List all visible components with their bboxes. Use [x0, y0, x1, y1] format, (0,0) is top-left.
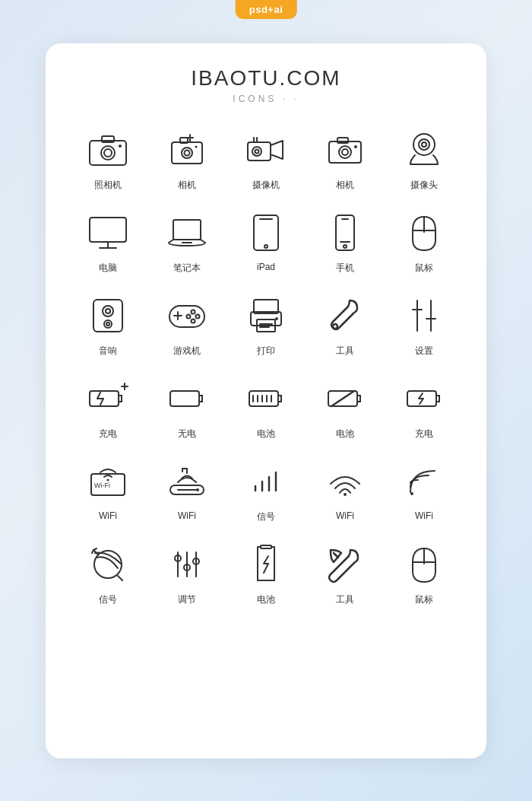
list-item: 音响: [68, 293, 147, 358]
printer-icon: [243, 293, 289, 339]
format-badge: psd+ai: [236, 0, 297, 19]
wifi-router-icon: [164, 459, 210, 504]
icon-label: 设置: [415, 345, 433, 358]
list-item: 信号: [226, 459, 306, 523]
svg-point-4: [119, 145, 122, 148]
svg-line-121: [334, 553, 338, 558]
svg-line-89: [331, 391, 354, 406]
svg-point-19: [339, 146, 351, 158]
svg-point-58: [275, 317, 278, 320]
list-item: 电脑: [68, 210, 147, 275]
camera-compact-icon: [322, 127, 368, 173]
svg-rect-18: [329, 141, 361, 163]
svg-rect-5: [172, 142, 202, 164]
site-title: IBAOTU.COM: [68, 66, 464, 91]
svg-point-53: [187, 314, 191, 318]
icon-label: 摄像头: [410, 179, 438, 192]
svg-point-7: [185, 150, 190, 155]
svg-point-52: [196, 314, 200, 318]
gamepad-icon: [164, 293, 210, 339]
icon-label: 鼠标: [415, 262, 433, 275]
list-item: 摄像机: [226, 127, 306, 192]
svg-point-25: [422, 142, 426, 147]
icon-label: 充电: [99, 428, 117, 440]
icon-label: 笔记本: [173, 262, 201, 275]
svg-text:Wi-Fi: Wi-Fi: [94, 482, 110, 489]
icon-label: 电脑: [99, 262, 117, 275]
icon-label: WiFi: [336, 510, 354, 521]
satellite-icon: [85, 542, 131, 587]
list-item: 无电: [147, 376, 226, 440]
list-item: 相机: [147, 127, 226, 192]
video-camera-icon: [243, 127, 289, 173]
icon-label: 信号: [99, 593, 117, 606]
battery-charging-icon: [85, 376, 131, 421]
svg-line-113: [118, 576, 122, 580]
camera-flash-icon: [164, 127, 210, 173]
battery-empty-icon: [164, 376, 210, 421]
svg-point-107: [344, 493, 347, 496]
svg-point-51: [192, 310, 195, 313]
svg-point-99: [196, 488, 199, 491]
svg-point-11: [195, 145, 198, 148]
list-item: 信号: [68, 542, 147, 606]
svg-rect-31: [173, 220, 201, 240]
list-item: 摄像头: [385, 127, 464, 192]
list-item: 设置: [385, 293, 464, 358]
list-item: 手机: [306, 210, 385, 275]
list-item: 工具: [306, 542, 385, 606]
list-item: 游戏机: [147, 293, 226, 358]
icons-grid: 照相机 相机: [68, 127, 464, 606]
list-item: WiFi: [147, 459, 226, 523]
icon-label: 工具: [336, 345, 354, 358]
list-item: 照相机: [68, 127, 147, 192]
icon-label: 无电: [178, 428, 196, 440]
svg-point-23: [413, 134, 435, 155]
svg-rect-28: [90, 218, 126, 242]
camera-round-icon: [85, 127, 131, 173]
laptop-icon: [164, 210, 210, 256]
main-card: IBAOTU.COM ICONS · · 照相机: [46, 43, 486, 758]
battery-bolt-icon: [401, 376, 447, 421]
list-item: 鼠标: [385, 210, 464, 275]
battery-full-icon: [243, 376, 289, 421]
list-item: 电池: [226, 376, 306, 440]
svg-marker-15: [271, 141, 283, 159]
signal-bars-icon: [243, 459, 289, 504]
svg-line-112: [92, 550, 93, 553]
icon-label: 照相机: [94, 179, 122, 192]
monitor-icon: [85, 210, 131, 256]
tools-cross-icon: [322, 542, 368, 587]
icon-label: 调节: [178, 593, 196, 606]
site-subtitle: ICONS · ·: [68, 94, 464, 104]
icon-label: 相机: [336, 179, 354, 192]
svg-point-61: [333, 324, 337, 329]
list-item: 调节: [147, 542, 226, 606]
svg-rect-0: [90, 141, 126, 165]
svg-point-37: [344, 245, 347, 248]
icon-label: WiFi: [178, 510, 196, 521]
list-item: 笔记本: [147, 210, 226, 275]
list-item: 工具: [306, 293, 385, 358]
svg-point-45: [106, 309, 110, 313]
mouse2-icon: [401, 542, 447, 587]
wifi-box-icon: Wi-Fi: [85, 459, 131, 504]
icon-label: 鼠标: [415, 593, 433, 606]
list-item: 鼠标: [385, 542, 464, 606]
svg-point-14: [255, 149, 259, 153]
list-item: 电池: [306, 376, 385, 440]
tablet-icon: [243, 210, 289, 256]
svg-rect-120: [261, 545, 271, 548]
phone-icon: [322, 210, 368, 256]
icon-label: 信号: [257, 510, 275, 523]
icon-label: 打印: [257, 345, 275, 358]
list-item: WiFi: [306, 459, 385, 523]
svg-point-6: [182, 148, 192, 158]
svg-point-20: [342, 149, 348, 155]
icon-label: 相机: [178, 179, 196, 192]
svg-point-24: [419, 139, 429, 150]
list-item: 电池: [226, 542, 306, 606]
wifi-corner-icon: [401, 459, 447, 504]
list-item: WiFi: [385, 459, 464, 523]
svg-point-2: [104, 149, 112, 157]
